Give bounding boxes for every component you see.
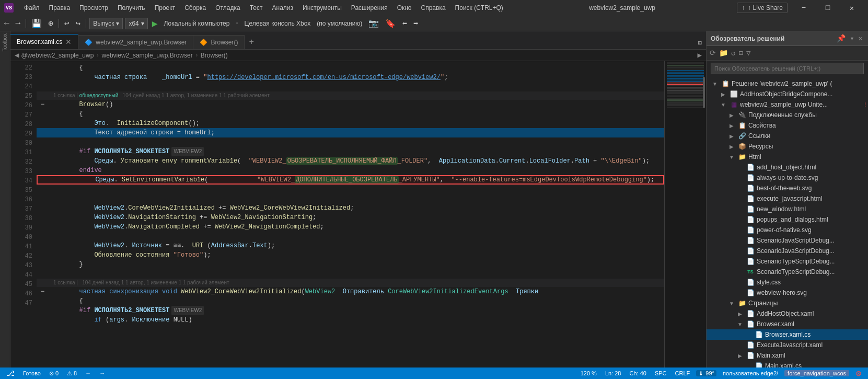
tree-execute-js[interactable]: 📄 execute_javascript.html <box>707 193 868 204</box>
expand-icon[interactable]: ▼ <box>727 154 736 160</box>
menu-tools[interactable]: Инструменты <box>298 3 346 13</box>
nav-btn-2[interactable]: ➡ <box>411 17 421 30</box>
tree-execute-javascript-xaml[interactable]: 📄 ExecuteJavascript.xaml <box>707 340 868 350</box>
minimize-button[interactable]: − <box>792 0 816 16</box>
menu-help[interactable]: Справка <box>417 3 450 13</box>
tree-scenario-js-debug-2[interactable]: 📄 ScenarioJavaScriptDebug... <box>707 246 868 256</box>
menu-view[interactable]: Просмотр <box>75 3 112 13</box>
tree-html-folder[interactable]: ▼ 📁 Html <box>707 152 868 162</box>
tree-scenario-ts-debug-2[interactable]: TS ScenarioTypeScriptDebug... <box>707 267 868 277</box>
close-button[interactable]: ✕ <box>840 0 864 16</box>
menu-build[interactable]: Сборка <box>180 3 210 13</box>
menu-debug[interactable]: Отладка <box>211 3 244 13</box>
platform-dropdown[interactable]: x64 ▾ <box>125 18 147 29</box>
code-content[interactable]: { частная строка _homeUrl = "https://dev… <box>37 61 664 367</box>
screenshot-button[interactable]: 📷 <box>366 17 381 30</box>
menu-edit[interactable]: Правка <box>45 3 75 13</box>
new-tab-button[interactable]: + <box>245 36 258 49</box>
tree-pages-folder[interactable]: ▼ 📁 Страницы <box>707 298 868 308</box>
tree-power-native[interactable]: 📄 power-of-native.svg <box>707 225 868 235</box>
expand-icon[interactable]: ▼ <box>719 102 727 108</box>
tree-properties[interactable]: ▶ 📋 Свойства <box>707 120 868 131</box>
maximize-button[interactable]: □ <box>816 0 840 16</box>
branch-label[interactable]: force_navigation_wcos <box>784 370 849 376</box>
solution-search-input[interactable] <box>711 63 864 74</box>
tab-browser-xaml-cs[interactable]: Browser.xaml.cs ✕ <box>10 34 78 49</box>
save-all-button[interactable]: ⊕ <box>46 17 55 30</box>
panel-pin-button[interactable]: 📌 <box>836 34 847 43</box>
nav-prev-button[interactable]: ← <box>83 370 93 376</box>
expand-icon[interactable]: ▶ <box>727 112 736 118</box>
bookmark-button[interactable]: 🔖 <box>383 17 398 30</box>
expand-icon[interactable]: ▶ <box>727 144 736 150</box>
tree-add-host-html[interactable]: 📄 add_host_object.html <box>707 162 868 173</box>
panel-dropdown-button[interactable]: ▾ <box>849 34 855 43</box>
expand-icon[interactable]: ▶ <box>727 133 736 139</box>
breadcrumb-method[interactable]: Browser() <box>201 52 228 59</box>
menu-get[interactable]: Получить <box>113 3 149 13</box>
tree-browser-xaml-cs[interactable]: 📄 Browser.xaml.cs <box>707 329 868 340</box>
refresh-button[interactable]: ↺ <box>730 49 736 58</box>
expand-icon[interactable]: ▶ <box>719 91 727 97</box>
redo-button[interactable]: ↪ <box>74 17 83 30</box>
undo-button[interactable]: ↩ <box>62 17 72 30</box>
zoom-level[interactable]: 120 % <box>578 370 599 376</box>
nav-back-button[interactable]: ← <box>2 18 11 29</box>
tree-webview2-project[interactable]: ▼ ▦ webview2_sample_uwp Unite... ! <box>707 99 868 110</box>
panel-toggle-button[interactable]: ⊞ <box>694 37 706 49</box>
tree-popups-dialogs[interactable]: 📄 popups_and_dialogs.html <box>707 214 868 225</box>
tree-webview-hero[interactable]: 📄 webview-hero.svg <box>707 288 868 298</box>
config-dropdown[interactable]: Выпуск ▾ <box>89 18 123 29</box>
temperature-badge[interactable]: 🌡 99° <box>696 370 716 376</box>
tree-scenario-js-debug-1[interactable]: 📄 ScenarioJavaScriptDebug... <box>707 235 868 246</box>
menu-search[interactable]: Поиск (CTRL+Q) <box>451 3 507 13</box>
sync-with-document-button[interactable]: ⟳ <box>709 49 717 58</box>
nav-next-button[interactable]: → <box>97 370 107 376</box>
branch-icon[interactable]: ⎇ <box>4 369 17 377</box>
tab-browser-nav[interactable]: 🔷 webview2_sample_uwp.Browser <box>78 35 193 49</box>
nav-prev-arrow[interactable]: ◀ <box>15 51 19 60</box>
line-ending[interactable]: CRLF <box>673 370 692 376</box>
tree-resources[interactable]: ▶ 📦 Ресурсы <box>707 141 868 152</box>
expand-icon[interactable]: ▼ <box>727 301 736 306</box>
menu-test[interactable]: Тест <box>246 3 267 13</box>
menu-extensions[interactable]: Расширения <box>347 3 392 13</box>
save-button[interactable]: 💾 <box>29 17 44 30</box>
expand-icon[interactable]: ▶ <box>736 353 744 359</box>
live-share-button[interactable]: ↑ ↑ Live Share <box>737 3 788 13</box>
status-errors[interactable]: ⊗ 0 <box>47 370 61 377</box>
tree-always-up-to-date[interactable]: 📄 always-up-to-date.svg <box>707 173 868 183</box>
tree-main-xaml-cs[interactable]: 📄 Main.xaml.cs <box>707 361 868 367</box>
show-all-files-button[interactable]: 📁 <box>718 49 729 58</box>
breadcrumb-class[interactable]: webview2_sample_uwp.Browser <box>102 52 193 59</box>
panel-close-button[interactable]: ✕ <box>858 34 864 43</box>
filter-button[interactable]: ▽ <box>745 49 751 58</box>
menu-window[interactable]: Окно <box>393 3 416 13</box>
error-indicator[interactable]: ⊗ <box>853 369 864 377</box>
expand-icon[interactable]: ▶ <box>736 311 744 317</box>
menu-file[interactable]: Файл <box>20 3 44 13</box>
user-label[interactable]: пользователь edge2/ <box>721 370 780 376</box>
menu-analyze[interactable]: Анализ <box>268 3 298 13</box>
status-ready[interactable]: Готово <box>21 370 43 376</box>
tree-references[interactable]: ▶ 🔗 Ссылки <box>707 131 868 141</box>
nav-btn-1[interactable]: ⬅ <box>400 17 409 30</box>
indentation[interactable]: SPC <box>653 370 669 376</box>
expand-icon[interactable]: ▼ <box>711 81 719 87</box>
cursor-position-ch[interactable]: Ch: 40 <box>627 370 648 376</box>
nav-next-arrow[interactable]: ▶ <box>698 51 702 60</box>
tab-browser-method[interactable]: 🔶 Browser() <box>193 35 245 49</box>
tree-browser-xaml[interactable]: ▼ 📄 Browser.xaml <box>707 319 868 329</box>
tree-best-of-web[interactable]: 📄 best-of-the-web.svg <box>707 183 868 193</box>
breadcrumb-namespace[interactable]: @webview2_sample_uwp <box>21 52 94 59</box>
minimap[interactable] <box>664 61 706 367</box>
cursor-position-ln[interactable]: Ln: 28 <box>603 370 623 376</box>
tree-new-window[interactable]: 📄 new_window.html <box>707 204 868 214</box>
expand-icon[interactable]: ▼ <box>736 321 744 327</box>
collapse-all-button[interactable]: ⊟ <box>737 49 744 58</box>
tree-connected-services[interactable]: ▶ 🔌 Подключенные службы <box>707 110 868 120</box>
nav-forward-button[interactable]: → <box>14 18 23 29</box>
tab-close-icon[interactable]: ✕ <box>65 38 72 46</box>
menu-project[interactable]: Проект <box>151 3 180 13</box>
expand-icon[interactable]: ▶ <box>727 123 736 129</box>
